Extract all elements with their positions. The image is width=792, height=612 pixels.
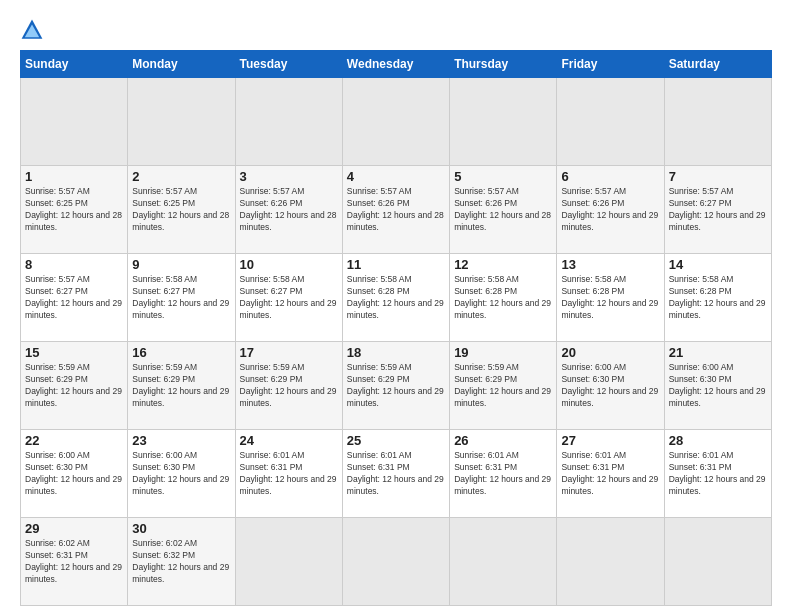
calendar-week-row xyxy=(21,78,772,166)
sunset-label: Sunset: 6:29 PM xyxy=(347,374,410,384)
sunrise-label: Sunrise: 5:58 AM xyxy=(454,274,519,284)
sunrise-label: Sunrise: 5:57 AM xyxy=(240,186,305,196)
calendar-cell: 15 Sunrise: 5:59 AM Sunset: 6:29 PM Dayl… xyxy=(21,342,128,430)
sunset-label: Sunset: 6:28 PM xyxy=(669,286,732,296)
calendar-cell: 29 Sunrise: 6:02 AM Sunset: 6:31 PM Dayl… xyxy=(21,518,128,606)
calendar-week-row: 8 Sunrise: 5:57 AM Sunset: 6:27 PM Dayli… xyxy=(21,254,772,342)
sunrise-label: Sunrise: 5:57 AM xyxy=(669,186,734,196)
sunset-label: Sunset: 6:27 PM xyxy=(240,286,303,296)
sunset-label: Sunset: 6:28 PM xyxy=(454,286,517,296)
sunrise-label: Sunrise: 6:00 AM xyxy=(25,450,90,460)
calendar-table: SundayMondayTuesdayWednesdayThursdayFrid… xyxy=(20,50,772,606)
daylight-label: Daylight: 12 hours and 29 minutes. xyxy=(25,298,122,320)
daylight-label: Daylight: 12 hours and 29 minutes. xyxy=(240,386,337,408)
day-number: 12 xyxy=(454,257,552,272)
sunrise-label: Sunrise: 5:57 AM xyxy=(25,274,90,284)
sunset-label: Sunset: 6:31 PM xyxy=(561,462,624,472)
sunset-label: Sunset: 6:29 PM xyxy=(454,374,517,384)
sunset-label: Sunset: 6:28 PM xyxy=(561,286,624,296)
day-number: 26 xyxy=(454,433,552,448)
sunrise-label: Sunrise: 5:58 AM xyxy=(132,274,197,284)
day-number: 21 xyxy=(669,345,767,360)
day-info: Sunrise: 5:59 AM Sunset: 6:29 PM Dayligh… xyxy=(25,362,123,410)
day-number: 27 xyxy=(561,433,659,448)
daylight-label: Daylight: 12 hours and 29 minutes. xyxy=(669,386,766,408)
calendar-cell: 4 Sunrise: 5:57 AM Sunset: 6:26 PM Dayli… xyxy=(342,166,449,254)
day-info: Sunrise: 5:59 AM Sunset: 6:29 PM Dayligh… xyxy=(454,362,552,410)
day-info: Sunrise: 5:57 AM Sunset: 6:26 PM Dayligh… xyxy=(240,186,338,234)
calendar-week-row: 29 Sunrise: 6:02 AM Sunset: 6:31 PM Dayl… xyxy=(21,518,772,606)
calendar-cell: 17 Sunrise: 5:59 AM Sunset: 6:29 PM Dayl… xyxy=(235,342,342,430)
sunrise-label: Sunrise: 5:58 AM xyxy=(347,274,412,284)
daylight-label: Daylight: 12 hours and 29 minutes. xyxy=(669,210,766,232)
day-info: Sunrise: 6:00 AM Sunset: 6:30 PM Dayligh… xyxy=(132,450,230,498)
calendar-cell xyxy=(450,78,557,166)
sunset-label: Sunset: 6:27 PM xyxy=(669,198,732,208)
sunset-label: Sunset: 6:31 PM xyxy=(347,462,410,472)
day-number: 7 xyxy=(669,169,767,184)
sunrise-label: Sunrise: 5:58 AM xyxy=(240,274,305,284)
sunset-label: Sunset: 6:26 PM xyxy=(561,198,624,208)
day-of-week-header: Tuesday xyxy=(235,51,342,78)
day-info: Sunrise: 6:01 AM Sunset: 6:31 PM Dayligh… xyxy=(561,450,659,498)
sunset-label: Sunset: 6:25 PM xyxy=(25,198,88,208)
sunrise-label: Sunrise: 6:02 AM xyxy=(25,538,90,548)
sunset-label: Sunset: 6:30 PM xyxy=(561,374,624,384)
day-of-week-header: Wednesday xyxy=(342,51,449,78)
daylight-label: Daylight: 12 hours and 29 minutes. xyxy=(347,386,444,408)
sunset-label: Sunset: 6:25 PM xyxy=(132,198,195,208)
sunrise-label: Sunrise: 5:57 AM xyxy=(454,186,519,196)
calendar-cell: 18 Sunrise: 5:59 AM Sunset: 6:29 PM Dayl… xyxy=(342,342,449,430)
sunrise-label: Sunrise: 6:01 AM xyxy=(240,450,305,460)
sunset-label: Sunset: 6:30 PM xyxy=(25,462,88,472)
day-number: 2 xyxy=(132,169,230,184)
day-info: Sunrise: 5:58 AM Sunset: 6:28 PM Dayligh… xyxy=(669,274,767,322)
calendar-cell xyxy=(342,78,449,166)
day-info: Sunrise: 6:02 AM Sunset: 6:31 PM Dayligh… xyxy=(25,538,123,586)
sunrise-label: Sunrise: 5:59 AM xyxy=(240,362,305,372)
calendar-week-row: 15 Sunrise: 5:59 AM Sunset: 6:29 PM Dayl… xyxy=(21,342,772,430)
day-number: 8 xyxy=(25,257,123,272)
day-number: 1 xyxy=(25,169,123,184)
sunrise-label: Sunrise: 5:57 AM xyxy=(25,186,90,196)
calendar-cell: 7 Sunrise: 5:57 AM Sunset: 6:27 PM Dayli… xyxy=(664,166,771,254)
day-of-week-header: Saturday xyxy=(664,51,771,78)
daylight-label: Daylight: 12 hours and 29 minutes. xyxy=(669,474,766,496)
day-info: Sunrise: 5:57 AM Sunset: 6:25 PM Dayligh… xyxy=(132,186,230,234)
day-number: 29 xyxy=(25,521,123,536)
calendar-week-row: 22 Sunrise: 6:00 AM Sunset: 6:30 PM Dayl… xyxy=(21,430,772,518)
daylight-label: Daylight: 12 hours and 29 minutes. xyxy=(561,386,658,408)
logo-icon xyxy=(20,18,44,42)
calendar-cell: 12 Sunrise: 5:58 AM Sunset: 6:28 PM Dayl… xyxy=(450,254,557,342)
day-info: Sunrise: 5:57 AM Sunset: 6:26 PM Dayligh… xyxy=(561,186,659,234)
day-number: 3 xyxy=(240,169,338,184)
daylight-label: Daylight: 12 hours and 29 minutes. xyxy=(240,298,337,320)
sunset-label: Sunset: 6:28 PM xyxy=(347,286,410,296)
calendar-cell: 6 Sunrise: 5:57 AM Sunset: 6:26 PM Dayli… xyxy=(557,166,664,254)
sunrise-label: Sunrise: 6:00 AM xyxy=(132,450,197,460)
day-number: 24 xyxy=(240,433,338,448)
calendar-cell xyxy=(342,518,449,606)
daylight-label: Daylight: 12 hours and 29 minutes. xyxy=(347,298,444,320)
day-info: Sunrise: 5:59 AM Sunset: 6:29 PM Dayligh… xyxy=(347,362,445,410)
day-number: 5 xyxy=(454,169,552,184)
sunrise-label: Sunrise: 5:59 AM xyxy=(454,362,519,372)
day-number: 14 xyxy=(669,257,767,272)
calendar-cell xyxy=(450,518,557,606)
sunset-label: Sunset: 6:31 PM xyxy=(454,462,517,472)
day-number: 11 xyxy=(347,257,445,272)
calendar-cell: 10 Sunrise: 5:58 AM Sunset: 6:27 PM Dayl… xyxy=(235,254,342,342)
sunrise-label: Sunrise: 5:57 AM xyxy=(347,186,412,196)
calendar-cell xyxy=(235,78,342,166)
sunset-label: Sunset: 6:31 PM xyxy=(25,550,88,560)
daylight-label: Daylight: 12 hours and 28 minutes. xyxy=(240,210,337,232)
sunset-label: Sunset: 6:27 PM xyxy=(132,286,195,296)
sunrise-label: Sunrise: 6:00 AM xyxy=(561,362,626,372)
sunrise-label: Sunrise: 5:57 AM xyxy=(561,186,626,196)
calendar-cell: 5 Sunrise: 5:57 AM Sunset: 6:26 PM Dayli… xyxy=(450,166,557,254)
sunrise-label: Sunrise: 5:59 AM xyxy=(347,362,412,372)
calendar-cell: 9 Sunrise: 5:58 AM Sunset: 6:27 PM Dayli… xyxy=(128,254,235,342)
logo xyxy=(20,18,48,42)
daylight-label: Daylight: 12 hours and 29 minutes. xyxy=(240,474,337,496)
day-number: 25 xyxy=(347,433,445,448)
